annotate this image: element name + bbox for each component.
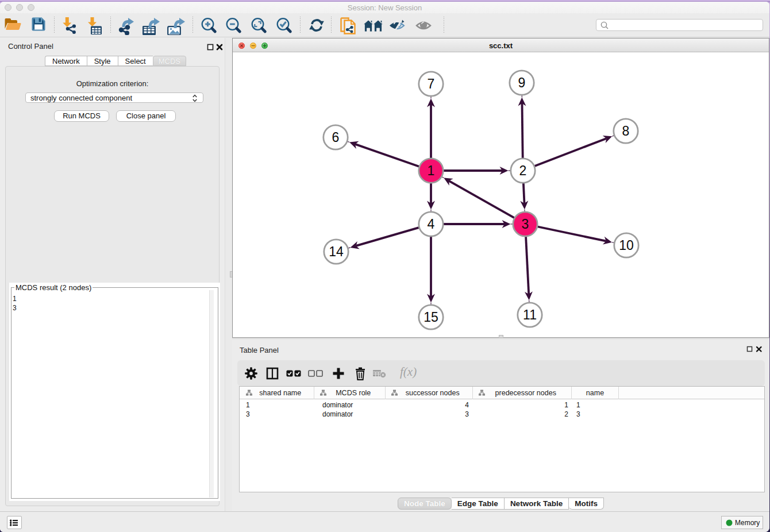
svg-text:2: 2 — [519, 163, 527, 178]
svg-text:7: 7 — [428, 76, 435, 91]
svg-text:8: 8 — [622, 124, 630, 138]
svg-text:14: 14 — [329, 244, 344, 259]
svg-text:6: 6 — [332, 130, 340, 145]
svg-text:10: 10 — [619, 238, 634, 253]
svg-text:15: 15 — [424, 310, 438, 325]
svg-text:9: 9 — [518, 75, 526, 90]
svg-text:1: 1 — [428, 163, 435, 178]
svg-text:3: 3 — [522, 217, 529, 232]
svg-text:4: 4 — [428, 217, 435, 232]
svg-text:11: 11 — [523, 307, 537, 322]
